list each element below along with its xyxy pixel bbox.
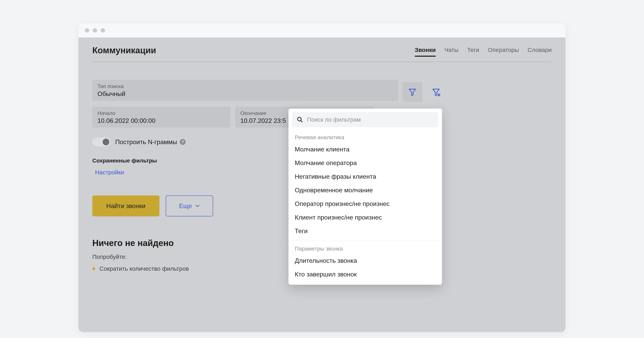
filter-group-title: Речевая аналитика bbox=[288, 131, 442, 143]
window-dot bbox=[100, 28, 105, 33]
window-titlebar bbox=[78, 23, 566, 38]
filter-option[interactable]: Молчание клиента bbox=[288, 143, 442, 156]
search-type-field[interactable]: Тип поиска Обычный bbox=[92, 80, 398, 101]
filter-option[interactable]: Негативные фразы клиента bbox=[288, 170, 442, 183]
filter-option[interactable]: Кто завершил звонок bbox=[288, 267, 442, 281]
funnel-clear-icon bbox=[432, 88, 440, 96]
separator bbox=[288, 241, 442, 241]
page-title: Коммуникации bbox=[92, 46, 156, 55]
tab-tags[interactable]: Теги bbox=[467, 47, 479, 56]
filter-option[interactable]: Теги bbox=[288, 224, 442, 238]
ngram-toggle-label: Построить N-граммы ? bbox=[115, 138, 186, 146]
filter-popover: Речевая аналитика Молчание клиента Молча… bbox=[288, 109, 442, 285]
filter-option[interactable]: Оператор произнес/не произнес bbox=[288, 197, 442, 211]
filter-option[interactable]: Молчание оператора bbox=[288, 156, 442, 170]
date-start-value: 10.06.2022 00:00:00 bbox=[98, 117, 225, 124]
date-start-field[interactable]: Начало 10.06.2022 00:00:00 bbox=[92, 107, 230, 128]
tabs: Звонки Чаты Теги Операторы Словари bbox=[415, 46, 552, 56]
clear-filters-button[interactable] bbox=[426, 82, 446, 102]
tab-calls[interactable]: Звонки bbox=[415, 47, 436, 57]
filter-search-input[interactable] bbox=[307, 116, 434, 123]
search-type-value: Обычный bbox=[98, 90, 393, 98]
chevron-down-icon bbox=[195, 204, 200, 208]
filter-option[interactable]: Одновременное молчание bbox=[288, 183, 442, 197]
add-filter-button[interactable] bbox=[402, 82, 422, 102]
window-dot bbox=[85, 28, 89, 33]
filter-search-field[interactable] bbox=[292, 112, 438, 127]
tab-dictionaries[interactable]: Словари bbox=[528, 47, 552, 56]
search-type-label: Тип поиска bbox=[98, 83, 393, 89]
help-icon[interactable]: ? bbox=[180, 139, 186, 145]
bullet-icon bbox=[92, 267, 95, 270]
search-icon bbox=[297, 117, 303, 123]
filter-option[interactable]: Клиент произнес/не произнес bbox=[288, 211, 442, 224]
funnel-icon bbox=[408, 88, 417, 96]
more-button[interactable]: Еще bbox=[166, 195, 213, 216]
filter-option[interactable]: Длительность звонка bbox=[288, 254, 442, 267]
tab-operators[interactable]: Операторы bbox=[488, 47, 519, 56]
find-calls-button[interactable]: Найти звонки bbox=[92, 195, 160, 216]
date-start-label: Начало bbox=[98, 110, 225, 116]
filter-group-title: Параметры звонка bbox=[288, 242, 442, 254]
window-dot bbox=[93, 28, 97, 33]
svg-line-1 bbox=[301, 120, 302, 122]
ngram-toggle[interactable] bbox=[92, 137, 110, 147]
toggle-knob bbox=[102, 139, 109, 145]
tab-chats[interactable]: Чаты bbox=[444, 47, 458, 56]
